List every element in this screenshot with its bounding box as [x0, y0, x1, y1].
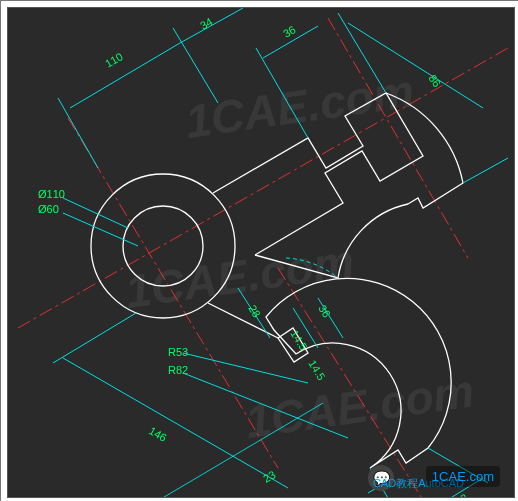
site-brand[interactable]: 1CAE.com	[426, 466, 500, 487]
svg-line-16	[183, 353, 308, 383]
svg-line-4	[463, 158, 508, 183]
app-frame: 1CAE.com 1CAE.com 1CAE.com	[0, 0, 518, 501]
watermark-1: 1CAE.com	[182, 64, 417, 148]
svg-line-1	[173, 28, 218, 103]
dim-146: 146	[147, 424, 169, 444]
dim-14-5b: 14.5	[306, 358, 328, 383]
dim-110: 110	[103, 50, 125, 70]
dim-r53: R53	[168, 346, 188, 358]
dim-d110: Ø110	[38, 188, 65, 200]
dim-36b: 36	[316, 303, 333, 320]
dim-36a: 36	[281, 23, 298, 40]
svg-line-18	[63, 198, 128, 228]
svg-line-22	[318, 298, 343, 338]
dim-r82: R82	[168, 364, 188, 376]
watermark-3: 1CAE.com	[242, 364, 477, 448]
cad-svg: 1CAE.com 1CAE.com 1CAE.com	[8, 8, 514, 497]
svg-line-0	[58, 98, 98, 168]
dim-68: 68	[453, 491, 470, 497]
dim-d60: Ø60	[38, 203, 59, 215]
link-edge-b	[136, 313, 248, 497]
drawing-canvas: 1CAE.com 1CAE.com 1CAE.com	[7, 7, 515, 498]
dim-34: 34	[198, 15, 215, 32]
dim-23: 23	[261, 468, 278, 485]
svg-line-5	[53, 313, 136, 363]
svg-line-9	[70, 43, 180, 108]
